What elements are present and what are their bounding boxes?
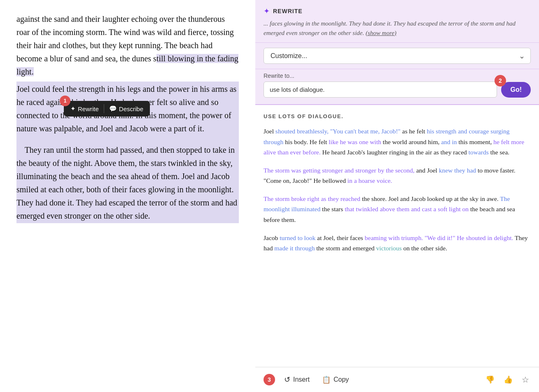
insert-button[interactable]: ↺ Insert <box>281 373 313 386</box>
right-panel: ✦ REWRITE ... faces glowing in the moonl… <box>255 0 539 392</box>
thumbs-down-icon: 👎 <box>485 376 495 384</box>
customize-select[interactable]: Customize... Make shorter Make longer Ch… <box>264 48 531 64</box>
bottom-bar: 3 ↺ Insert 📋 Copy 👎 👍 ☆ <box>255 367 539 392</box>
insert-label: Insert <box>293 376 310 383</box>
customize-row: Customize... Make shorter Make longer Ch… <box>255 43 539 69</box>
thumbs-down-button[interactable]: 👎 <box>484 373 496 386</box>
describe-tooltip-icon: 💬 <box>109 105 117 112</box>
star-button[interactable]: ☆ <box>520 373 531 386</box>
result-heading: USE LOTS OF DIALOGUE. <box>264 113 531 119</box>
star-icon: ☆ <box>522 375 529 384</box>
rewrite-tooltip: 1 ✦ Rewrite 💬 Describe <box>64 101 150 117</box>
insert-icon: ↺ <box>284 375 290 384</box>
describe-tooltip-button[interactable]: 💬 Describe <box>106 103 147 114</box>
rewrite-to-label: Rewrite to... <box>264 72 531 79</box>
tooltip-divider <box>104 104 104 113</box>
left-panel: against the sand and their laughter echo… <box>0 0 255 392</box>
rewrite-to-input-row: 2 Go! <box>264 82 531 98</box>
rewrite-tooltip-button[interactable]: ✦ Rewrite <box>67 103 102 114</box>
rewrite-header: ✦ REWRITE ... faces glowing in the moonl… <box>255 0 539 43</box>
result-paragraph-4: Jacob turned to look at Joel, their face… <box>264 233 531 254</box>
rewrite-preview: ... faces glowing in the moonlight. They… <box>264 19 531 37</box>
copy-label: Copy <box>334 376 349 383</box>
go-button[interactable]: Go! <box>501 82 531 98</box>
copy-icon: 📋 <box>322 376 331 384</box>
result-paragraph-2: The storm was getting stronger and stron… <box>264 165 531 186</box>
customize-select-wrapper: Customize... Make shorter Make longer Ch… <box>264 48 531 64</box>
text-before: against the sand and their laughter echo… <box>16 12 239 78</box>
result-paragraph-1: Joel shouted breathlessly, "You can't be… <box>264 126 531 158</box>
badge-2: 2 <box>495 75 506 86</box>
rewrite-title: REWRITE <box>273 8 303 14</box>
rewrite-tooltip-icon: ✦ <box>70 105 76 112</box>
rewrite-tooltip-label: Rewrite <box>78 105 99 112</box>
bottom-bar-right: 👎 👍 ☆ <box>484 373 531 386</box>
rewrite-header-icon: ✦ <box>264 7 270 16</box>
result-paragraph-3: The storm broke right as they reached th… <box>264 194 531 225</box>
rewrite-title-row: ✦ REWRITE <box>264 7 531 16</box>
thumbs-up-button[interactable]: 👍 <box>502 373 514 386</box>
bottom-bar-left: 3 ↺ Insert 📋 Copy <box>264 373 484 386</box>
show-more-link[interactable]: (show more) <box>366 30 397 36</box>
rewrite-to-row: Rewrite to... 2 Go! <box>255 69 539 105</box>
thumbs-up-icon: 👍 <box>504 376 513 384</box>
badge-1: 1 <box>60 96 70 106</box>
result-area: USE LOTS OF DIALOGUE. Joel shouted breat… <box>255 105 539 367</box>
describe-tooltip-label: Describe <box>119 105 143 112</box>
badge-3: 3 <box>264 374 275 385</box>
rewrite-to-input[interactable] <box>264 82 497 98</box>
copy-button[interactable]: 📋 Copy <box>319 374 352 386</box>
